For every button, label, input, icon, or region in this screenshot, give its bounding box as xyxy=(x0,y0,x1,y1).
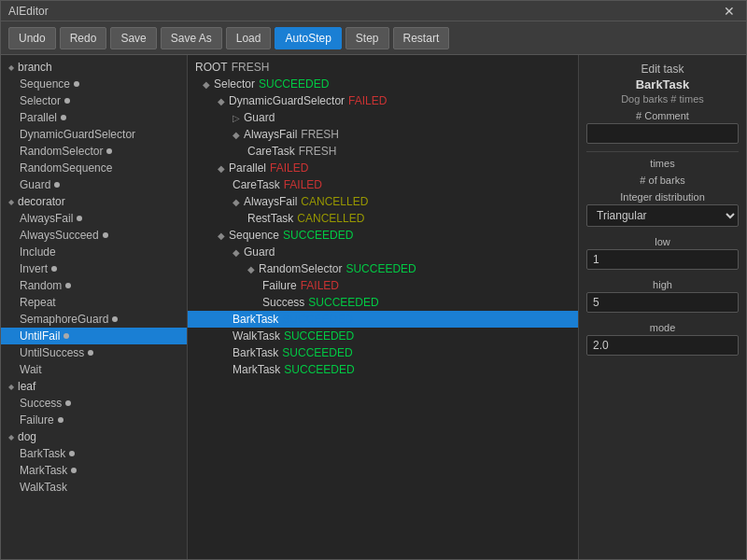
tree-item-semaphoreguard[interactable]: SemaphoreGuard xyxy=(1,311,187,328)
toolbar: Undo Redo Save Save As Load AutoStep Ste… xyxy=(1,21,746,55)
node-row[interactable]: ◆RandomSelector SUCCEEDED xyxy=(188,260,578,277)
tree-item-dynamicguardselector[interactable]: DynamicGuardSelector xyxy=(1,126,187,143)
node-status: SUCCEEDED xyxy=(345,262,416,275)
redo-button[interactable]: Redo xyxy=(60,27,107,49)
undo-button[interactable]: Undo xyxy=(8,27,56,49)
tree-item-random[interactable]: Random xyxy=(1,277,187,294)
tree-item-wait[interactable]: Wait xyxy=(1,361,187,378)
restart-button[interactable]: Restart xyxy=(393,27,450,49)
tree-item-dot xyxy=(65,283,71,288)
node-bullet: ◆ xyxy=(218,96,225,106)
node-name: Selector xyxy=(214,77,255,91)
node-status: FAILED xyxy=(284,178,322,191)
node-row[interactable]: ◆AlwaysFail CANCELLED xyxy=(188,193,578,210)
node-row[interactable]: ROOT FRESH xyxy=(188,59,578,76)
tree-item-dot xyxy=(51,266,57,272)
tree-item-walktask[interactable]: WalkTask xyxy=(1,479,187,496)
node-row[interactable]: ◆Selector SUCCEEDED xyxy=(188,76,578,92)
node-row[interactable]: CareTask FRESH xyxy=(188,143,578,160)
node-name: Success xyxy=(262,296,304,309)
tree-item-label: RandomSelector xyxy=(20,145,103,158)
tree-item-success[interactable]: Success xyxy=(1,395,187,412)
tree-category-branch: branch xyxy=(1,59,187,76)
tree-item-dot xyxy=(103,232,108,238)
node-row[interactable]: ▷Guard xyxy=(188,109,578,126)
comment-input[interactable] xyxy=(586,123,739,144)
node-name: RandomSelector xyxy=(259,262,342,275)
tree-item-randomsequence[interactable]: RandomSequence xyxy=(1,160,187,176)
tree-item-include[interactable]: Include xyxy=(1,244,187,260)
node-name: BarkTask xyxy=(233,313,278,326)
node-status: FAILED xyxy=(270,161,308,175)
save-as-button[interactable]: Save As xyxy=(161,27,222,49)
step-button[interactable]: Step xyxy=(345,27,389,49)
tree-item-dot xyxy=(58,417,63,423)
tree-item-label: Invert xyxy=(20,262,48,275)
high-input[interactable] xyxy=(586,292,739,313)
load-button[interactable]: Load xyxy=(226,27,272,49)
tree-item-alwaysfail[interactable]: AlwaysFail xyxy=(1,210,187,227)
low-input[interactable] xyxy=(586,249,739,270)
node-row[interactable]: Success SUCCEEDED xyxy=(188,294,578,311)
tree-item-invert[interactable]: Invert xyxy=(1,260,187,277)
save-button[interactable]: Save xyxy=(110,27,156,49)
node-name: CareTask xyxy=(233,178,280,191)
tree-item-marktask[interactable]: MarkTask xyxy=(1,462,187,479)
node-bullet: ◆ xyxy=(247,264,255,274)
tree-item-selector[interactable]: Selector xyxy=(1,92,187,109)
int-dist-label: Integer distribution xyxy=(586,191,739,203)
tree-item-dot xyxy=(106,148,112,154)
node-row[interactable]: BarkTask SUCCEEDED xyxy=(188,344,578,361)
node-bullet: ◆ xyxy=(233,130,240,140)
tree-item-label: Sequence xyxy=(20,77,70,91)
close-button[interactable]: ✕ xyxy=(720,4,739,19)
node-row[interactable]: MarkTask SUCCEEDED xyxy=(188,361,578,378)
tree-item-dot xyxy=(77,216,82,221)
node-row[interactable]: ◆Guard xyxy=(188,244,578,260)
node-status: FRESH xyxy=(299,145,337,158)
tree-item-label: Random xyxy=(20,279,62,292)
tree-item-label: BarkTask xyxy=(20,447,65,460)
autostep-button[interactable]: AutoStep xyxy=(275,27,341,49)
node-name: WalkTask xyxy=(233,329,280,343)
node-bullet: ◆ xyxy=(218,231,225,241)
tree-item-parallel[interactable]: Parallel xyxy=(1,109,187,126)
node-status: SUCCEEDED xyxy=(284,329,354,343)
node-row[interactable]: CareTask FAILED xyxy=(188,176,578,193)
tree-category-decorator: decorator xyxy=(1,193,187,210)
node-bullet: ◆ xyxy=(203,79,210,90)
tree-item-guard[interactable]: Guard xyxy=(1,176,187,193)
node-row[interactable]: Failure FAILED xyxy=(188,277,578,294)
tree-item-barktask[interactable]: BarkTask xyxy=(1,445,187,462)
node-status: SUCCEEDED xyxy=(308,296,378,309)
node-status: SUCCEEDED xyxy=(282,346,352,359)
tree-item-label: Include xyxy=(20,245,56,259)
tree-item-dot xyxy=(69,451,75,456)
tree-item-alwayssucceed[interactable]: AlwaysSucceed xyxy=(1,227,187,244)
tree-item-label: Selector xyxy=(20,94,61,107)
node-row[interactable]: WalkTask SUCCEEDED xyxy=(188,328,578,344)
node-name: AlwaysFail xyxy=(244,128,297,141)
node-row[interactable]: ◆Sequence SUCCEEDED xyxy=(188,227,578,244)
node-row[interactable]: ◆AlwaysFail FRESH xyxy=(188,126,578,143)
node-name: RestTask xyxy=(247,212,293,225)
node-status: CANCELLED xyxy=(301,195,368,208)
tree-item-untilfail[interactable]: UntilFail xyxy=(1,328,187,344)
node-status: SUCCEEDED xyxy=(283,229,353,242)
node-name: MarkTask xyxy=(233,363,280,376)
tree-item-repeat[interactable]: Repeat xyxy=(1,294,187,311)
node-row[interactable]: BarkTask SUCCEEDED xyxy=(188,311,578,328)
node-row[interactable]: ◆Parallel FAILED xyxy=(188,160,578,176)
node-row[interactable]: ◆DynamicGuardSelector FAILED xyxy=(188,92,578,109)
tree-item-randomselector[interactable]: RandomSelector xyxy=(1,143,187,160)
titlebar: AIEditor ✕ xyxy=(1,1,746,21)
mode-input[interactable] xyxy=(586,335,739,356)
tree-item-label: AlwaysSucceed xyxy=(20,229,99,242)
tree-item-dot xyxy=(65,400,71,406)
tree-item-untilsuccess[interactable]: UntilSuccess xyxy=(1,344,187,361)
node-row[interactable]: RestTask CANCELLED xyxy=(188,210,578,227)
tree-item-failure[interactable]: Failure xyxy=(1,412,187,428)
tree-item-dot xyxy=(54,182,60,188)
tree-item-sequence[interactable]: Sequence xyxy=(1,76,187,92)
distribution-select[interactable]: TriangularUniformConstant xyxy=(586,204,739,227)
